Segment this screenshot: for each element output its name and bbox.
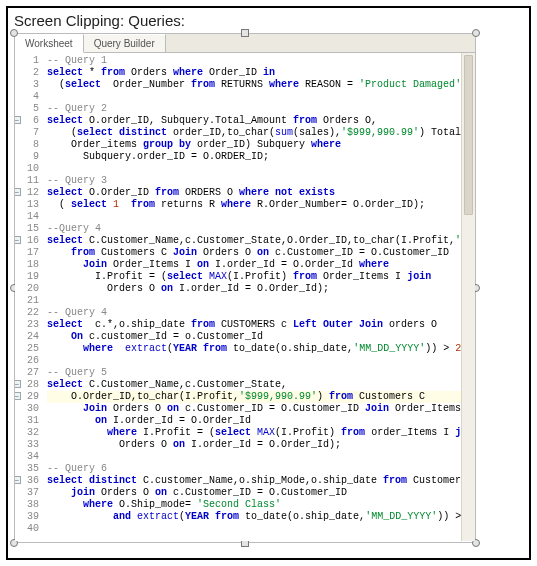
gutter-line: 37	[15, 487, 39, 499]
code-line[interactable]: select distinct C.customer_Name,o.ship_M…	[47, 475, 475, 487]
gutter-line: 8	[15, 139, 39, 151]
gutter-line: 15	[15, 223, 39, 235]
fold-toggle-icon[interactable]: −	[15, 380, 21, 388]
code-line[interactable]: O.Order_ID,to_char(I.Profit,'$999,990.99…	[47, 391, 475, 403]
gutter-line: 2	[15, 67, 39, 79]
gutter-line: 35	[15, 463, 39, 475]
code-line[interactable]	[47, 355, 475, 367]
code-line[interactable]: -- Query 2	[47, 103, 475, 115]
code-line[interactable]: where extract(YEAR from to_date(o.ship_d…	[47, 343, 475, 355]
clip-title: Screen Clipping: Queries:	[14, 12, 523, 29]
code-line[interactable]: I.Profit = (select MAX(I.Profit) from Or…	[47, 271, 475, 283]
gutter-line: 27	[15, 367, 39, 379]
gutter-line: 24	[15, 331, 39, 343]
resize-handle-top-right[interactable]	[472, 29, 480, 37]
document-frame: Screen Clipping: Queries: Worksheet Quer…	[6, 6, 531, 560]
gutter-line: 3	[15, 79, 39, 91]
gutter-line: 14	[15, 211, 39, 223]
gutter-line: 19	[15, 271, 39, 283]
scrollbar-thumb[interactable]	[464, 55, 473, 215]
line-gutter: 123456−789101112−13141516−17181920212223…	[15, 53, 43, 541]
gutter-line: 21	[15, 295, 39, 307]
fold-toggle-icon[interactable]: −	[15, 476, 21, 484]
gutter-line: 38	[15, 499, 39, 511]
code-line[interactable]: Orders O on I.order_Id = O.Order_Id);	[47, 283, 475, 295]
sql-editor[interactable]: 123456−789101112−13141516−17181920212223…	[15, 53, 475, 541]
gutter-line: 12−	[15, 187, 39, 199]
gutter-line: 25	[15, 343, 39, 355]
gutter-line: 9	[15, 151, 39, 163]
code-line[interactable]: (select distinct order_ID,to_char(sum(sa…	[47, 127, 475, 139]
tab-worksheet[interactable]: Worksheet	[15, 34, 84, 53]
code-line[interactable]: select c.*,o.ship_date from CUSTOMERS c …	[47, 319, 475, 331]
code-line[interactable]: where O.Ship_mode= 'Second Class'	[47, 499, 475, 511]
code-line[interactable]: from Customers C Join Orders O on c.Cust…	[47, 247, 475, 259]
gutter-line: 4	[15, 91, 39, 103]
gutter-line: 17	[15, 247, 39, 259]
gutter-line: 29−	[15, 391, 39, 403]
code-line[interactable]	[47, 163, 475, 175]
gutter-line: 36−	[15, 475, 39, 487]
fold-toggle-icon[interactable]: −	[15, 236, 21, 244]
gutter-line: 30	[15, 403, 39, 415]
code-line[interactable]: and extract(YEAR from to_date(o.ship_dat…	[47, 511, 475, 523]
code-line[interactable]	[47, 295, 475, 307]
code-line[interactable]: join Orders O on c.Customer_ID = O.Custo…	[47, 487, 475, 499]
gutter-line: 26	[15, 355, 39, 367]
code-line[interactable]: ( select 1 from returns R where R.Order_…	[47, 199, 475, 211]
code-line[interactable]: -- Query 3	[47, 175, 475, 187]
code-line[interactable]: select * from Orders where Order_ID in	[47, 67, 475, 79]
resize-handle-top-left[interactable]	[10, 29, 18, 37]
gutter-line: 1	[15, 55, 39, 67]
fold-toggle-icon[interactable]: −	[15, 116, 21, 124]
gutter-line: 22	[15, 307, 39, 319]
code-line[interactable]: Subquery.order_ID = O.ORDER_ID;	[47, 151, 475, 163]
gutter-line: 10	[15, 163, 39, 175]
gutter-line: 7	[15, 127, 39, 139]
screenshot-clip[interactable]: Worksheet Query Builder 123456−789101112…	[14, 33, 476, 543]
gutter-line: 33	[15, 439, 39, 451]
code-line[interactable]: -- Query 4	[47, 307, 475, 319]
code-line[interactable]	[47, 91, 475, 103]
gutter-line: 34	[15, 451, 39, 463]
code-line[interactable]: -- Query 1	[47, 55, 475, 67]
tab-query-builder[interactable]: Query Builder	[84, 34, 166, 52]
code-line[interactable]: Join Orders O on c.Customer_ID = O.Custo…	[47, 403, 475, 415]
fold-toggle-icon[interactable]: −	[15, 392, 21, 400]
code-line[interactable]: -- Query 6	[47, 463, 475, 475]
gutter-line: 11	[15, 175, 39, 187]
code-line[interactable]: -- Query 5	[47, 367, 475, 379]
code-line[interactable]: select O.Order_ID from ORDERS O where no…	[47, 187, 475, 199]
code-line[interactable]: Orders O on I.order_Id = O.Order_Id);	[47, 439, 475, 451]
code-line[interactable]	[47, 523, 475, 535]
gutter-line: 13	[15, 199, 39, 211]
gutter-line: 31	[15, 415, 39, 427]
code-line[interactable]: (select Order_Number from RETURNS where …	[47, 79, 475, 91]
resize-handle-top-mid[interactable]	[241, 29, 249, 37]
code-line[interactable]: --Query 4	[47, 223, 475, 235]
code-line[interactable]: select O.order_ID, Subquery.Total_Amount…	[47, 115, 475, 127]
gutter-line: 39	[15, 511, 39, 523]
gutter-line: 6−	[15, 115, 39, 127]
fold-toggle-icon[interactable]: −	[15, 188, 21, 196]
gutter-line: 16−	[15, 235, 39, 247]
code-line[interactable]: select C.Customer_Name,c.Customer_State,	[47, 379, 475, 391]
code-line[interactable]: on I.order_Id = O.Order_Id	[47, 415, 475, 427]
code-line[interactable]: Join Order_Items I on I.order_Id = O.Ord…	[47, 259, 475, 271]
gutter-line: 28−	[15, 379, 39, 391]
gutter-line: 5	[15, 103, 39, 115]
gutter-line: 18	[15, 259, 39, 271]
code-line[interactable]: On c.customer_Id = o.Customer_Id	[47, 331, 475, 343]
code-area[interactable]: -- Query 1select * from Orders where Ord…	[43, 53, 475, 541]
code-line[interactable]	[47, 451, 475, 463]
code-line[interactable]: Order_items group by order_ID) Subquery …	[47, 139, 475, 151]
gutter-line: 40	[15, 523, 39, 535]
code-line[interactable]	[47, 211, 475, 223]
code-line[interactable]: where I.Profit = (select MAX(I.Profit) f…	[47, 427, 475, 439]
gutter-line: 23	[15, 319, 39, 331]
gutter-line: 20	[15, 283, 39, 295]
gutter-line: 32	[15, 427, 39, 439]
code-line[interactable]: select C.Customer_Name,c.Customer_State,…	[47, 235, 475, 247]
vertical-scrollbar[interactable]	[461, 53, 475, 541]
